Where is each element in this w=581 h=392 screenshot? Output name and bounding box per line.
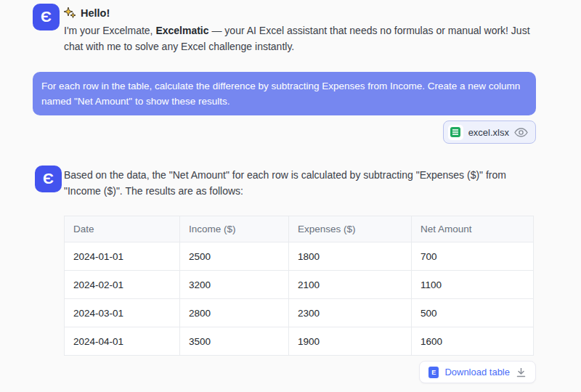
assistant-avatar: Є [33, 4, 60, 30]
download-arrow-icon [516, 367, 527, 377]
table-row: 2024-04-01 3500 1900 1600 [65, 327, 533, 355]
cell-net-amount: 700 [411, 242, 533, 270]
intro-prefix: I'm your Excelmate, [64, 25, 155, 36]
cell-income: 2800 [179, 299, 288, 327]
cell-expenses: 1900 [288, 327, 411, 355]
column-header-expenses: Expenses ($) [288, 216, 411, 242]
cell-expenses: 2300 [288, 299, 411, 327]
cell-income: 3200 [179, 271, 288, 298]
excel-doc-icon: E [428, 367, 439, 378]
column-header-income: Income ($) [179, 216, 288, 242]
cell-date: 2024-01-01 [65, 242, 179, 270]
cell-net-amount: 1100 [411, 271, 533, 298]
download-table-button[interactable]: E Download table [419, 361, 536, 383]
doc-glyph: E [431, 369, 436, 376]
greeting-title: Hello! [81, 7, 110, 19]
download-button-label: Download table [444, 367, 510, 377]
excelmatic-logo-icon: Є [43, 171, 54, 186]
cell-income: 3500 [179, 327, 288, 355]
assistant-avatar: Є [35, 166, 62, 192]
cell-date: 2024-04-01 [65, 327, 179, 355]
brand-name: Excelmatic [155, 25, 208, 36]
table-row: 2024-01-01 2500 1800 700 [65, 242, 533, 270]
cell-date: 2024-02-01 [65, 271, 179, 298]
cell-income: 2500 [179, 242, 288, 270]
cell-net-amount: 500 [411, 299, 533, 327]
greeting-heading: Hello! [64, 7, 110, 19]
assistant-intro-text: I'm your Excelmate, Excelmatic — your AI… [64, 23, 537, 54]
table-header-row: Date Income ($) Expenses ($) Net Amount [65, 216, 533, 242]
chat-window: Є Hello! I'm your Excelmate, Excelmatic … [0, 0, 581, 392]
cell-expenses: 2100 [288, 271, 411, 298]
table-row: 2024-02-01 3200 2100 1100 [65, 270, 533, 298]
cell-expenses: 1800 [288, 242, 411, 270]
results-table: Date Income ($) Expenses ($) Net Amount … [64, 216, 534, 356]
sparkles-icon [64, 7, 76, 19]
analysis-message-text: Based on the data, the "Net Amount" for … [64, 167, 539, 199]
column-header-net-amount: Net Amount [411, 216, 533, 242]
table-row: 2024-03-01 2800 2300 500 [65, 298, 533, 327]
preview-eye-icon[interactable] [514, 128, 528, 137]
user-message-bubble: For each row in the table, calculate the… [33, 72, 536, 115]
excel-file-icon [448, 125, 463, 140]
attachment-filename: excel.xlsx [468, 127, 509, 138]
attachment-chip[interactable]: excel.xlsx [443, 121, 536, 144]
cell-date: 2024-03-01 [65, 299, 179, 327]
column-header-date: Date [65, 216, 179, 242]
cell-net-amount: 1600 [411, 327, 533, 355]
user-message-text: For each row in the table, calculate the… [41, 81, 520, 107]
excelmatic-logo-icon: Є [41, 9, 52, 24]
